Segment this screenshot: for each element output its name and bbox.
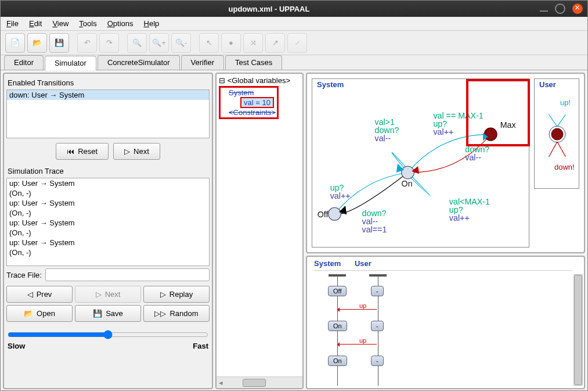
zoom-in-icon[interactable]: 🔍+	[149, 33, 169, 53]
reset-icon: ⏮	[67, 147, 74, 156]
menu-help[interactable]: Help	[144, 19, 160, 28]
msc-message: up	[359, 302, 366, 309]
speed-fast-label: Fast	[193, 342, 208, 350]
svg-text:up!: up!	[560, 98, 571, 107]
trace-item[interactable]: (On, -)	[7, 188, 209, 198]
trace-item[interactable]: up: User → System	[7, 178, 209, 188]
menu-edit[interactable]: Edit	[29, 19, 42, 28]
left-panel: Enabled Transitions down: User → System …	[3, 73, 213, 389]
svg-text:On: On	[402, 179, 413, 188]
svg-text:val++: val++	[330, 191, 351, 200]
trace-item[interactable]: up: User → System	[7, 198, 209, 208]
msc-panel: System User Off - up On - up On -	[306, 256, 585, 389]
svg-text:down!: down!	[554, 163, 575, 171]
next-button[interactable]: ▷Next	[113, 143, 160, 160]
maximize-icon[interactable]	[555, 3, 565, 14]
user-title: User	[539, 80, 556, 89]
toolbar: 📄 📂 💾 ↶ ↷ 🔍 🔍+ 🔍- ↖ ● ⤭ ↗ ⟋	[1, 31, 587, 55]
automata-panel: System	[306, 73, 585, 253]
vertical-scrollbar[interactable]	[573, 274, 583, 386]
trace-item[interactable]: (On, -)	[7, 247, 209, 257]
trace-item[interactable]: up: User → System	[7, 218, 209, 228]
msc-head-user: User	[355, 259, 371, 268]
tree-global-vars[interactable]: ⊟ <Global variables>	[219, 76, 300, 85]
edge-tool-icon[interactable]: ↗	[265, 33, 285, 53]
save-button[interactable]: 💾 Save	[75, 305, 141, 322]
svg-point-0	[402, 166, 414, 179]
undo-icon[interactable]: ↶	[77, 33, 97, 53]
tab-editor[interactable]: Editor	[4, 55, 44, 70]
msc-state: -	[371, 286, 384, 296]
window-titlebar: updown.xml - UPPAAL	[1, 1, 587, 17]
simulation-trace-label: Simulation Trace	[8, 167, 208, 175]
speed-slow-label: Slow	[8, 342, 25, 350]
system-title: System	[317, 80, 344, 89]
trace-item[interactable]: (On, -)	[7, 208, 209, 218]
tree-system[interactable]: System	[229, 88, 276, 97]
svg-point-26	[551, 128, 563, 140]
tab-test-cases[interactable]: Test Cases	[225, 55, 282, 70]
svg-point-1	[328, 207, 341, 220]
location-tool-icon[interactable]: ●	[221, 33, 241, 53]
menu-options[interactable]: Options	[107, 19, 134, 28]
msc-head-system: System	[314, 259, 341, 268]
msc-state: -	[371, 356, 384, 366]
msc-state: On	[328, 356, 347, 366]
menu-view[interactable]: View	[52, 19, 68, 28]
tree-constraints[interactable]: <Constraints>	[229, 108, 276, 117]
tab-simulator[interactable]: Simulator	[45, 56, 96, 70]
msc-message: up	[359, 337, 366, 344]
prev-button[interactable]: ◁ Prev	[6, 286, 73, 303]
horizontal-scrollbar[interactable]: ◂	[217, 376, 302, 388]
svg-text:val++: val++	[433, 127, 453, 137]
msc-diagram[interactable]: Off - up On - up On -	[314, 270, 572, 386]
user-automaton[interactable]: User up! down!	[534, 78, 579, 189]
replay-button[interactable]: ▷ Replay	[143, 286, 210, 303]
tab-concrete-simulator[interactable]: ConcreteSimulator	[98, 55, 180, 70]
tree-val[interactable]: val = 10	[240, 97, 274, 108]
redo-icon[interactable]: ↷	[99, 33, 119, 53]
msc-state: On	[328, 321, 347, 331]
tab-verifier[interactable]: Verifier	[181, 55, 224, 70]
save-file-icon[interactable]: 💾	[49, 33, 69, 53]
open-button[interactable]: 📂 Open	[6, 305, 73, 322]
enabled-transitions-label: Enabled Transitions	[8, 78, 208, 87]
menu-tools[interactable]: Tools	[79, 19, 96, 28]
reset-button[interactable]: ⏮Reset	[56, 143, 109, 160]
minimize-icon[interactable]	[540, 10, 548, 12]
svg-text:val++: val++	[449, 213, 470, 223]
variables-panel: ⊟ <Global variables> System val = 10 <Co…	[215, 73, 304, 389]
msc-state: -	[371, 321, 384, 331]
nail-tool-icon[interactable]: ⟋	[287, 33, 307, 53]
trace-file-label: Trace File:	[6, 271, 42, 279]
svg-text:Off: Off	[318, 210, 329, 219]
zoom-fit-icon[interactable]: 🔍	[127, 33, 147, 53]
trace-item[interactable]: (On, -)	[7, 228, 209, 238]
random-button[interactable]: ▷▷ Random	[143, 305, 210, 322]
system-automaton[interactable]: System	[312, 78, 529, 247]
select-tool-icon[interactable]: ↖	[199, 33, 219, 53]
menubar: File Edit View Tools Options Help	[1, 17, 587, 31]
highlight-frame	[466, 79, 530, 146]
trace-file-input[interactable]	[45, 268, 210, 281]
tab-bar: Editor Simulator ConcreteSimulator Verif…	[1, 55, 587, 70]
svg-text:val==1: val==1	[362, 225, 387, 234]
menu-file[interactable]: File	[6, 19, 19, 28]
enabled-transitions-list[interactable]: down: User → System	[6, 89, 210, 138]
play-icon: ▷	[124, 147, 130, 156]
svg-text:val--: val--	[465, 153, 481, 162]
new-file-icon[interactable]: 📄	[5, 33, 25, 53]
transition-item[interactable]: down: User → System	[7, 90, 209, 100]
open-file-icon[interactable]: 📂	[27, 33, 47, 53]
trace-item[interactable]: up: User → System	[7, 238, 209, 247]
simulation-trace-list[interactable]: up: User → System (On, -) up: User → Sys…	[6, 178, 210, 266]
variables-tree[interactable]: ⊟ <Global variables> System val = 10 <Co…	[217, 74, 302, 376]
zoom-out-icon[interactable]: 🔍-	[171, 33, 191, 53]
branch-tool-icon[interactable]: ⤭	[243, 33, 263, 53]
speed-slider[interactable]	[8, 330, 208, 339]
window-title: updown.xml - UPPAAL	[5, 5, 533, 13]
msc-state: Off	[328, 286, 347, 296]
svg-text:val--: val--	[375, 134, 391, 143]
close-icon[interactable]	[572, 3, 583, 14]
next2-button[interactable]: ▷ Next	[75, 286, 141, 303]
